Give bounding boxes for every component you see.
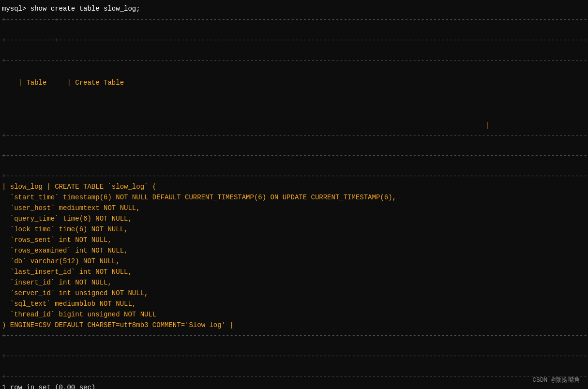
sep-2: +------------+--------------------------…: [2, 35, 586, 45]
data-row-2: `start_time` timestamp(6) NOT NULL DEFAU…: [2, 193, 586, 203]
data-row-4: `query_time` time(6) NOT NULL,: [2, 214, 586, 224]
empty-line-4: [2, 110, 586, 120]
data-row-11: `server_id` int unsigned NOT NULL,: [2, 288, 586, 299]
prompt-line: mysql> show create table slow_log;: [2, 4, 586, 14]
empty-line-1: [2, 25, 586, 35]
result-line: 1 row in set (0.00 sec): [2, 383, 586, 389]
sep-4: +---------------------------------------…: [2, 131, 586, 141]
create-table-header: Create Table: [71, 79, 124, 87]
data-row-12: `sql_text` mediumblob NOT NULL,: [2, 299, 586, 309]
header-row: | Table | Create Table: [2, 68, 586, 98]
empty-line-7: [2, 341, 586, 351]
sep-top: +------------+--------------------------…: [2, 15, 586, 25]
data-row-10: `insert_id` int NOT NULL,: [2, 278, 586, 288]
pipe-right: |: [2, 120, 586, 131]
sep-5: +---------------------------------------…: [2, 151, 586, 161]
data-row-8: `db` varchar(512) NOT NULL,: [2, 256, 586, 267]
pipe-1: |: [18, 79, 22, 87]
empty-line-6: [2, 161, 586, 171]
empty-line-2: [2, 45, 586, 56]
data-row-14: ) ENGINE=CSV DEFAULT CHARSET=utf8mb3 COM…: [2, 320, 586, 330]
sep-3: +---------------------------------------…: [2, 56, 586, 66]
pipe-2: |: [67, 79, 71, 87]
sep-7: +---------------------------------------…: [2, 331, 586, 341]
terminal-window: mysql> show create table slow_log; +----…: [0, 0, 588, 389]
data-row-3: `user_host` mediumtext NOT NULL,: [2, 203, 586, 213]
sep-6: +---------------------------------------…: [2, 171, 586, 181]
data-row-13: `thread_id` bigint unsigned NOT NULL: [2, 310, 586, 320]
empty-line-8: [2, 361, 586, 372]
sep-8: +---------------------------------------…: [2, 351, 586, 361]
data-row-6: `rows_sent` int NOT NULL,: [2, 235, 586, 245]
data-row-5: `lock_time` time(6) NOT NULL,: [2, 224, 586, 235]
empty-line-5: [2, 141, 586, 151]
watermark: CSDN @微扬嘴角: [532, 375, 580, 384]
data-row-1: | slow_log | CREATE TABLE `slow_log` (: [2, 182, 586, 192]
data-row-9: `last_insert_id` int NOT NULL,: [2, 267, 586, 277]
sep-9: +---------------------------------------…: [2, 372, 586, 382]
empty-line-3: [2, 100, 586, 110]
table-header: Table: [22, 79, 67, 87]
data-row-7: `rows_examined` int NOT NULL,: [2, 246, 586, 256]
